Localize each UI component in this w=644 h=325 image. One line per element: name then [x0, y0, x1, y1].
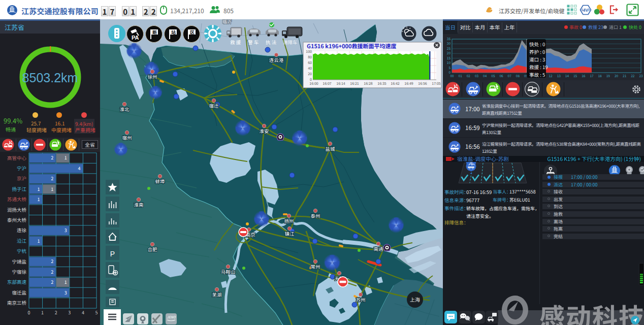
- svg-text:清障车: 清障车: [283, 39, 298, 46]
- svg-text:1: 1: [51, 186, 53, 192]
- svg-text:东部高速: 东部高速: [7, 278, 27, 285]
- svg-text:23: 23: [639, 73, 643, 78]
- svg-text:16:28: 16:28: [364, 81, 373, 86]
- svg-text:1: 1: [41, 309, 44, 316]
- svg-text:高管中心: 高管中心: [7, 154, 27, 161]
- svg-text:临沂: 临沂: [222, 19, 232, 25]
- svg-text:13: 13: [557, 73, 561, 78]
- svg-text:宁杭: 宁杭: [17, 247, 27, 254]
- svg-text:事故 : 5: 事故 : 5: [529, 71, 545, 78]
- svg-text:宿州: 宿州: [122, 134, 132, 141]
- svg-text:1: 1: [38, 238, 40, 244]
- svg-text:镇江: 镇江: [284, 230, 295, 237]
- svg-text:执 法: 执 法: [266, 39, 276, 46]
- svg-text:芜湖: 芜湖: [212, 291, 221, 298]
- svg-text:G1516 k196+000救援断面平均速度: G1516 k196+000救援断面平均速度: [307, 42, 396, 50]
- svg-text:16:42: 16:42: [391, 81, 400, 86]
- svg-text:徐州: 徐州: [147, 73, 157, 80]
- svg-text:淮安: 淮安: [259, 127, 269, 135]
- svg-text:17:05: 17:05: [432, 81, 441, 86]
- svg-text:12: 12: [549, 73, 553, 78]
- svg-text:05: 05: [491, 73, 495, 78]
- svg-text:30: 30: [447, 41, 451, 46]
- svg-text:01: 01: [459, 73, 463, 78]
- svg-text:16:56: 16:56: [418, 81, 427, 86]
- svg-text:宿迁盐: 宿迁盐: [12, 289, 26, 296]
- svg-text:宁沪: 宁沪: [17, 165, 26, 172]
- svg-text:扬州: 扬州: [284, 217, 294, 224]
- svg-text:3: 3: [65, 289, 67, 296]
- svg-text:16:35: 16:35: [377, 81, 387, 86]
- svg-text:00: 00: [450, 73, 454, 78]
- svg-text:淮南: 淮南: [134, 201, 143, 208]
- svg-text:25: 25: [447, 46, 451, 51]
- svg-text:5: 5: [448, 65, 450, 70]
- svg-text:1: 1: [65, 279, 67, 285]
- svg-text:15: 15: [573, 73, 577, 78]
- svg-text:P: P: [110, 250, 115, 258]
- svg-text:苏通大桥: 苏通大桥: [7, 196, 27, 203]
- svg-text:区: 区: [190, 29, 195, 36]
- svg-text:22: 22: [631, 73, 635, 78]
- svg-text:21: 21: [623, 73, 627, 78]
- svg-text:16:21: 16:21: [350, 81, 359, 86]
- svg-text:07: 07: [508, 73, 512, 78]
- svg-text:35: 35: [447, 36, 451, 41]
- svg-text:宁靖盐: 宁靖盐: [12, 258, 26, 265]
- svg-text:10: 10: [447, 60, 451, 65]
- svg-text:泰州大桥: 泰州大桥: [7, 216, 27, 223]
- svg-text:2: 2: [51, 279, 53, 285]
- svg-text:沿江: 沿江: [17, 237, 27, 244]
- svg-text:养护 : 0: 养护 : 0: [529, 48, 545, 55]
- svg-text:2: 2: [51, 154, 53, 161]
- svg-text:救 援: 救 援: [230, 39, 241, 46]
- svg-text:马鞍山: 马鞍山: [221, 268, 236, 275]
- svg-text:14: 14: [565, 73, 569, 78]
- svg-text:18: 18: [598, 73, 602, 78]
- svg-text:PA: PA: [132, 35, 139, 41]
- svg-text:宁宿徐: 宁宿徐: [12, 268, 26, 275]
- svg-text:合肥: 合肥: [147, 246, 157, 253]
- svg-text:盐城: 盐城: [325, 145, 335, 152]
- svg-text:19: 19: [606, 73, 610, 78]
- svg-text:道口 : 3: 道口 : 3: [529, 56, 545, 63]
- svg-text:连云港: 连云港: [269, 56, 284, 63]
- svg-text:连徐: 连徐: [17, 226, 27, 234]
- svg-text:40: 40: [308, 66, 312, 71]
- svg-text:16: 16: [582, 73, 586, 78]
- svg-text:4: 4: [78, 165, 80, 172]
- svg-text:20: 20: [308, 71, 312, 76]
- svg-text:京沪: 京沪: [17, 175, 26, 182]
- svg-text:站: 站: [171, 29, 176, 36]
- svg-text:2: 2: [55, 309, 57, 316]
- svg-text:上海: 上海: [410, 296, 420, 303]
- svg-text:06: 06: [499, 73, 503, 78]
- svg-text:2: 2: [51, 175, 53, 182]
- svg-text:20: 20: [615, 73, 619, 78]
- svg-text:断: 断: [152, 29, 157, 36]
- svg-text:润扬大桥: 润扬大桥: [7, 206, 27, 213]
- svg-text:15: 15: [447, 55, 451, 60]
- svg-text:20: 20: [447, 50, 451, 55]
- svg-text:16:49: 16:49: [404, 81, 413, 86]
- svg-text:南通: 南通: [373, 245, 383, 252]
- svg-text:04: 04: [483, 73, 487, 78]
- svg-text:泰州: 泰州: [310, 212, 320, 219]
- svg-text:0: 0: [28, 309, 30, 316]
- svg-text:16:07: 16:07: [323, 81, 332, 86]
- svg-text:3: 3: [68, 309, 71, 316]
- svg-text:蚌埠: 蚌埠: [155, 178, 165, 185]
- svg-text:淮北: 淮北: [119, 106, 130, 113]
- svg-text:100: 100: [306, 49, 312, 54]
- svg-text:3: 3: [65, 227, 67, 234]
- svg-text:4: 4: [82, 309, 84, 316]
- svg-text:03: 03: [475, 73, 479, 78]
- svg-text:2: 2: [51, 269, 53, 275]
- svg-text:警 车: 警 车: [248, 39, 259, 46]
- svg-text:AB: AB: [470, 162, 472, 164]
- svg-text:快处 : 0: 快处 : 0: [529, 41, 545, 48]
- svg-text:16:00: 16:00: [309, 81, 318, 86]
- svg-text:1: 1: [65, 154, 67, 161]
- svg-text:常州: 常州: [310, 263, 320, 270]
- svg-text:08: 08: [516, 73, 520, 78]
